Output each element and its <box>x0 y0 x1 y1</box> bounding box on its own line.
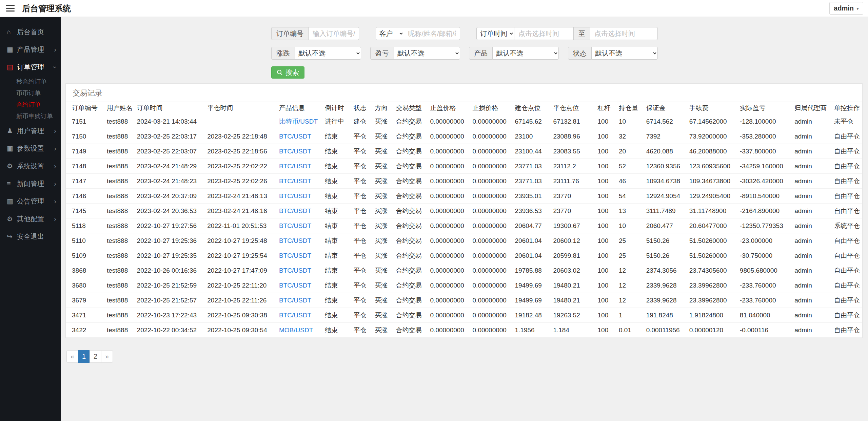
sidebar-subitem-new-coin[interactable]: 新币申购订单 <box>0 110 61 122</box>
cell-lever: 100 <box>595 233 616 248</box>
cell-sl_price: 0.00000000 <box>470 114 512 129</box>
product-link[interactable]: BTC/USDT <box>279 297 311 304</box>
cell-user: test888 <box>104 323 134 338</box>
page-prev-button[interactable]: « <box>66 350 78 363</box>
product-link[interactable]: BTC/USDT <box>279 267 311 274</box>
cell-fee: 67.14562000 <box>687 114 737 129</box>
product-link[interactable]: BTC/USDT <box>279 222 311 229</box>
sidebar-subitem-coin[interactable]: 币币订单 <box>0 87 61 99</box>
cell-close_point: 23111.76 <box>550 174 595 189</box>
chevron-right-icon: › <box>54 127 56 135</box>
customer-input[interactable] <box>404 27 460 40</box>
time-from-input[interactable] <box>514 27 574 40</box>
product-icon: ▦ <box>7 45 17 54</box>
cell-tp_price: 0.00000000 <box>428 159 470 174</box>
cell-operation: 自由平仓 <box>831 159 862 174</box>
cell-trade_type: 合约交易 <box>393 204 428 218</box>
cell-fee: 123.60935600 <box>687 159 737 174</box>
customer-type-select[interactable]: 客户 <box>376 27 404 40</box>
cell-close_point: 23112.2 <box>550 159 595 174</box>
col-user: 用户姓名 <box>104 102 134 114</box>
sidebar-item-system[interactable]: ⚙系统设置› <box>0 157 61 175</box>
cell-user: test888 <box>104 278 134 293</box>
status-select[interactable]: 默认不选 <box>591 47 658 60</box>
updown-select[interactable]: 默认不选 <box>295 47 361 60</box>
time-type-select[interactable]: 订单时间 <box>476 27 514 40</box>
cell-close_point: 23770 <box>550 204 595 218</box>
product-link[interactable]: BTC/USDT <box>279 282 311 289</box>
sidebar-subitem-contract[interactable]: 合约订单 <box>0 99 61 110</box>
news-icon: ≡ <box>7 180 17 188</box>
product-link[interactable]: BTC/USDT <box>279 148 311 155</box>
search-button[interactable]: 搜索 <box>271 66 304 79</box>
cell-tp_price: 0.00000000 <box>428 174 470 189</box>
updown-group: 涨跌 默认不选 <box>271 47 361 60</box>
cell-order_no: 7149 <box>66 144 104 159</box>
product-link[interactable]: BTC/USDT <box>279 192 311 199</box>
cell-agent: admin <box>792 144 831 159</box>
table-row: 7146test8882023-02-24 20:37:092023-02-24… <box>66 189 862 204</box>
sidebar-item-home[interactable]: ⌂后台首页 <box>0 23 61 41</box>
product-link[interactable]: MOB/USDT <box>279 327 313 334</box>
col-operation: 单控操作 <box>831 102 862 114</box>
cell-close_time: 2023-02-25 22:02:26 <box>204 174 276 189</box>
user-menu-button[interactable]: admin ▾ <box>829 2 863 15</box>
cell-product: 比特币/USDT <box>276 114 322 129</box>
table-row: 3471test8882022-10-23 17:22:432022-10-25… <box>66 308 862 323</box>
cell-trade_type: 合约交易 <box>393 278 428 293</box>
hamburger-menu-icon[interactable] <box>6 5 15 12</box>
cell-open_time: 2023-02-24 20:36:53 <box>134 204 205 218</box>
page-button-2[interactable]: 2 <box>90 350 101 363</box>
product-link[interactable]: BTC/USDT <box>279 133 311 140</box>
cell-open_point: 23771.03 <box>512 174 551 189</box>
product-link[interactable]: BTC/USDT <box>279 163 311 170</box>
user-name: admin <box>834 4 854 12</box>
product-group: 产品 默认不选 <box>469 47 559 60</box>
page-button-1[interactable]: 1 <box>78 350 90 363</box>
cell-countdown: 结束 <box>322 174 351 189</box>
cell-profit: -34259.160000 <box>737 159 792 174</box>
cell-trade_type: 合约交易 <box>393 114 428 129</box>
cell-operation: 自由平仓 <box>831 144 862 159</box>
config-icon: ⚙ <box>7 215 17 223</box>
cell-fee: 1.91824800 <box>687 308 737 323</box>
product-link[interactable]: BTC/USDT <box>279 207 311 214</box>
sidebar-item-notice[interactable]: ▥公告管理› <box>0 192 61 210</box>
time-to-input[interactable] <box>590 27 658 40</box>
product-link[interactable]: BTC/USDT <box>279 312 311 319</box>
table-row: 3868test8882022-10-26 00:16:362022-10-27… <box>66 263 862 278</box>
cell-product: BTC/USDT <box>276 263 322 278</box>
cell-order_no: 7150 <box>66 129 104 144</box>
cell-open_time: 2022-10-27 19:27:56 <box>134 218 205 233</box>
sidebar-item-product[interactable]: ▦产品管理› <box>0 41 61 58</box>
page-next-button[interactable]: » <box>101 350 113 363</box>
cell-tp_price: 0.00000000 <box>428 323 470 338</box>
cell-status: 平仓 <box>351 248 372 263</box>
product-link[interactable]: BTC/USDT <box>279 252 311 259</box>
cell-margin: 12360.9356 <box>644 159 687 174</box>
sidebar-item-user[interactable]: ♟用户管理› <box>0 122 61 140</box>
time-range-group: 订单时间 至 <box>476 27 658 40</box>
cell-position: 1 <box>616 308 644 323</box>
cell-trade_type: 合约交易 <box>393 233 428 248</box>
product-link[interactable]: BTC/USDT <box>279 237 311 244</box>
cell-order_no: 3471 <box>66 308 104 323</box>
cell-sl_price: 0.00000000 <box>470 189 512 204</box>
sidebar-item-news[interactable]: ≡新闻管理› <box>0 175 61 192</box>
product-link[interactable]: BTC/USDT <box>279 177 311 185</box>
sidebar-item-params[interactable]: ▣参数设置› <box>0 140 61 157</box>
sidebar-subitem-second-contract[interactable]: 秒合约订单 <box>0 76 61 87</box>
order-no-input[interactable] <box>308 27 359 40</box>
product-select[interactable]: 默认不选 <box>492 47 559 60</box>
cell-open_point: 19499.69 <box>512 278 551 293</box>
profit-select[interactable]: 默认不选 <box>394 47 460 60</box>
sidebar-item-config[interactable]: ⚙其他配置› <box>0 210 61 228</box>
sidebar-item-order[interactable]: ▤订单管理› <box>0 58 61 76</box>
sidebar-item-logout[interactable]: ↪安全退出 <box>0 228 61 245</box>
cell-lever: 100 <box>595 293 616 308</box>
product-link[interactable]: 比特币/USDT <box>279 118 318 125</box>
cell-sl_price: 0.00000000 <box>470 204 512 218</box>
cell-position: 54 <box>616 189 644 204</box>
cell-status: 平仓 <box>351 323 372 338</box>
col-margin: 保证金 <box>644 102 687 114</box>
